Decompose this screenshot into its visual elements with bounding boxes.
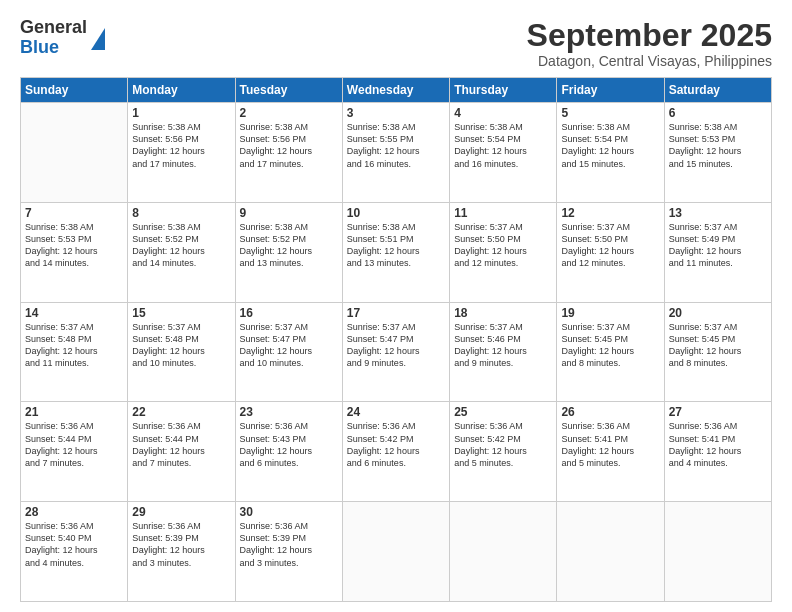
table-row: 24Sunrise: 5:36 AMSunset: 5:42 PMDayligh…: [342, 402, 449, 502]
day-number: 24: [347, 405, 445, 419]
table-row: 18Sunrise: 5:37 AMSunset: 5:46 PMDayligh…: [450, 302, 557, 402]
day-number: 27: [669, 405, 767, 419]
calendar-week-row: 28Sunrise: 5:36 AMSunset: 5:40 PMDayligh…: [21, 502, 772, 602]
table-row: 8Sunrise: 5:38 AMSunset: 5:52 PMDaylight…: [128, 202, 235, 302]
table-row: 22Sunrise: 5:36 AMSunset: 5:44 PMDayligh…: [128, 402, 235, 502]
day-number: 16: [240, 306, 338, 320]
calendar-table: Sunday Monday Tuesday Wednesday Thursday…: [20, 77, 772, 602]
page-title: September 2025: [527, 18, 772, 53]
table-row: 14Sunrise: 5:37 AMSunset: 5:48 PMDayligh…: [21, 302, 128, 402]
day-info: Sunrise: 5:37 AMSunset: 5:49 PMDaylight:…: [669, 221, 767, 270]
table-row: 3Sunrise: 5:38 AMSunset: 5:55 PMDaylight…: [342, 103, 449, 203]
day-number: 14: [25, 306, 123, 320]
col-monday: Monday: [128, 78, 235, 103]
calendar-week-row: 21Sunrise: 5:36 AMSunset: 5:44 PMDayligh…: [21, 402, 772, 502]
day-number: 19: [561, 306, 659, 320]
day-info: Sunrise: 5:36 AMSunset: 5:40 PMDaylight:…: [25, 520, 123, 569]
calendar-week-row: 1Sunrise: 5:38 AMSunset: 5:56 PMDaylight…: [21, 103, 772, 203]
table-row: 23Sunrise: 5:36 AMSunset: 5:43 PMDayligh…: [235, 402, 342, 502]
table-row: [342, 502, 449, 602]
day-info: Sunrise: 5:37 AMSunset: 5:45 PMDaylight:…: [561, 321, 659, 370]
day-number: 4: [454, 106, 552, 120]
day-number: 28: [25, 505, 123, 519]
col-wednesday: Wednesday: [342, 78, 449, 103]
logo: General Blue: [20, 18, 105, 58]
day-info: Sunrise: 5:36 AMSunset: 5:42 PMDaylight:…: [454, 420, 552, 469]
table-row: 30Sunrise: 5:36 AMSunset: 5:39 PMDayligh…: [235, 502, 342, 602]
day-info: Sunrise: 5:36 AMSunset: 5:43 PMDaylight:…: [240, 420, 338, 469]
table-row: 2Sunrise: 5:38 AMSunset: 5:56 PMDaylight…: [235, 103, 342, 203]
table-row: [450, 502, 557, 602]
day-info: Sunrise: 5:38 AMSunset: 5:52 PMDaylight:…: [132, 221, 230, 270]
calendar-header-row: Sunday Monday Tuesday Wednesday Thursday…: [21, 78, 772, 103]
logo-text: General Blue: [20, 18, 87, 58]
day-info: Sunrise: 5:38 AMSunset: 5:56 PMDaylight:…: [132, 121, 230, 170]
table-row: 1Sunrise: 5:38 AMSunset: 5:56 PMDaylight…: [128, 103, 235, 203]
table-row: 16Sunrise: 5:37 AMSunset: 5:47 PMDayligh…: [235, 302, 342, 402]
table-row: 19Sunrise: 5:37 AMSunset: 5:45 PMDayligh…: [557, 302, 664, 402]
table-row: 20Sunrise: 5:37 AMSunset: 5:45 PMDayligh…: [664, 302, 771, 402]
day-number: 29: [132, 505, 230, 519]
day-number: 3: [347, 106, 445, 120]
day-info: Sunrise: 5:37 AMSunset: 5:50 PMDaylight:…: [561, 221, 659, 270]
col-sunday: Sunday: [21, 78, 128, 103]
day-info: Sunrise: 5:36 AMSunset: 5:44 PMDaylight:…: [25, 420, 123, 469]
table-row: 17Sunrise: 5:37 AMSunset: 5:47 PMDayligh…: [342, 302, 449, 402]
day-info: Sunrise: 5:37 AMSunset: 5:50 PMDaylight:…: [454, 221, 552, 270]
day-info: Sunrise: 5:38 AMSunset: 5:54 PMDaylight:…: [454, 121, 552, 170]
day-info: Sunrise: 5:37 AMSunset: 5:46 PMDaylight:…: [454, 321, 552, 370]
day-info: Sunrise: 5:38 AMSunset: 5:55 PMDaylight:…: [347, 121, 445, 170]
col-saturday: Saturday: [664, 78, 771, 103]
day-number: 21: [25, 405, 123, 419]
day-info: Sunrise: 5:36 AMSunset: 5:39 PMDaylight:…: [132, 520, 230, 569]
day-number: 15: [132, 306, 230, 320]
day-info: Sunrise: 5:38 AMSunset: 5:53 PMDaylight:…: [669, 121, 767, 170]
table-row: 28Sunrise: 5:36 AMSunset: 5:40 PMDayligh…: [21, 502, 128, 602]
day-number: 10: [347, 206, 445, 220]
day-number: 6: [669, 106, 767, 120]
table-row: 25Sunrise: 5:36 AMSunset: 5:42 PMDayligh…: [450, 402, 557, 502]
logo-triangle-icon: [91, 28, 105, 50]
day-number: 17: [347, 306, 445, 320]
day-info: Sunrise: 5:37 AMSunset: 5:45 PMDaylight:…: [669, 321, 767, 370]
day-number: 9: [240, 206, 338, 220]
calendar-week-row: 7Sunrise: 5:38 AMSunset: 5:53 PMDaylight…: [21, 202, 772, 302]
logo-blue: Blue: [20, 38, 87, 58]
table-row: 4Sunrise: 5:38 AMSunset: 5:54 PMDaylight…: [450, 103, 557, 203]
table-row: 29Sunrise: 5:36 AMSunset: 5:39 PMDayligh…: [128, 502, 235, 602]
day-info: Sunrise: 5:36 AMSunset: 5:39 PMDaylight:…: [240, 520, 338, 569]
table-row: 12Sunrise: 5:37 AMSunset: 5:50 PMDayligh…: [557, 202, 664, 302]
day-number: 2: [240, 106, 338, 120]
day-info: Sunrise: 5:37 AMSunset: 5:47 PMDaylight:…: [240, 321, 338, 370]
day-number: 8: [132, 206, 230, 220]
table-row: [557, 502, 664, 602]
day-info: Sunrise: 5:38 AMSunset: 5:51 PMDaylight:…: [347, 221, 445, 270]
table-row: 26Sunrise: 5:36 AMSunset: 5:41 PMDayligh…: [557, 402, 664, 502]
header: General Blue September 2025 Datagon, Cen…: [20, 18, 772, 69]
day-number: 23: [240, 405, 338, 419]
table-row: 13Sunrise: 5:37 AMSunset: 5:49 PMDayligh…: [664, 202, 771, 302]
day-info: Sunrise: 5:37 AMSunset: 5:47 PMDaylight:…: [347, 321, 445, 370]
day-number: 1: [132, 106, 230, 120]
table-row: 9Sunrise: 5:38 AMSunset: 5:52 PMDaylight…: [235, 202, 342, 302]
day-number: 18: [454, 306, 552, 320]
col-tuesday: Tuesday: [235, 78, 342, 103]
table-row: 15Sunrise: 5:37 AMSunset: 5:48 PMDayligh…: [128, 302, 235, 402]
logo-general: General: [20, 18, 87, 38]
day-info: Sunrise: 5:36 AMSunset: 5:41 PMDaylight:…: [561, 420, 659, 469]
title-block: September 2025 Datagon, Central Visayas,…: [527, 18, 772, 69]
day-number: 5: [561, 106, 659, 120]
table-row: 6Sunrise: 5:38 AMSunset: 5:53 PMDaylight…: [664, 103, 771, 203]
page: General Blue September 2025 Datagon, Cen…: [0, 0, 792, 612]
col-friday: Friday: [557, 78, 664, 103]
col-thursday: Thursday: [450, 78, 557, 103]
day-number: 7: [25, 206, 123, 220]
day-number: 20: [669, 306, 767, 320]
day-number: 30: [240, 505, 338, 519]
day-number: 26: [561, 405, 659, 419]
table-row: 5Sunrise: 5:38 AMSunset: 5:54 PMDaylight…: [557, 103, 664, 203]
table-row: 21Sunrise: 5:36 AMSunset: 5:44 PMDayligh…: [21, 402, 128, 502]
day-number: 25: [454, 405, 552, 419]
day-number: 11: [454, 206, 552, 220]
day-info: Sunrise: 5:38 AMSunset: 5:56 PMDaylight:…: [240, 121, 338, 170]
